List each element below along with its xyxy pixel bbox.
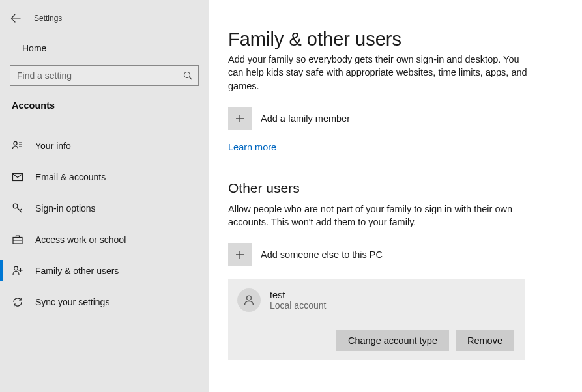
search-container: [0, 60, 209, 96]
sidebar-item-sync-settings[interactable]: Sync your settings: [0, 287, 209, 318]
search-input[interactable]: [10, 66, 198, 85]
person-icon: [242, 294, 255, 307]
svg-point-5: [14, 266, 18, 270]
main-content: Family & other users Add your family so …: [209, 0, 582, 392]
learn-more-link[interactable]: Learn more: [228, 142, 276, 152]
nav-home[interactable]: Home: [0, 36, 209, 60]
sync-icon: [12, 296, 23, 308]
other-users-description: Allow people who are not part of your fa…: [228, 203, 534, 229]
sidebar-item-label: Email & accounts: [35, 172, 106, 182]
sidebar-section-header: Accounts: [0, 96, 209, 116]
add-family-label: Add a family member: [261, 113, 350, 124]
svg-point-0: [184, 72, 190, 78]
sidebar-item-sign-in-options[interactable]: Sign-in options: [0, 193, 209, 224]
add-other-user[interactable]: Add someone else to this PC: [228, 243, 562, 266]
plus-tile: [228, 107, 252, 130]
nav-home-label: Home: [22, 43, 46, 53]
user-card-header: test Local account: [237, 288, 514, 312]
svg-point-3: [13, 204, 18, 208]
sidebar-item-label: Family & other users: [35, 266, 119, 276]
user-card[interactable]: test Local account Change account type R…: [228, 279, 525, 360]
sidebar-item-label: Access work or school: [35, 234, 126, 245]
back-arrow-icon: [10, 13, 21, 23]
add-other-label: Add someone else to this PC: [261, 249, 383, 260]
sidebar-item-label: Sync your settings: [35, 297, 109, 307]
back-button[interactable]: [7, 9, 25, 27]
svg-point-1: [14, 141, 17, 145]
family-icon: [12, 265, 23, 277]
briefcase-icon: [12, 234, 23, 245]
key-icon: [12, 203, 23, 214]
sidebar-item-email-accounts[interactable]: Email & accounts: [0, 161, 209, 193]
settings-window: Settings Home Accounts Your info: [0, 0, 582, 392]
email-icon: [12, 171, 23, 183]
titlebar: Settings: [0, 5, 209, 36]
plus-icon: [235, 114, 244, 123]
your-info-icon: [12, 140, 23, 152]
other-users-heading: Other users: [228, 180, 562, 196]
plus-tile: [228, 243, 252, 266]
user-type: Local account: [270, 300, 326, 311]
search-box[interactable]: [10, 65, 199, 86]
family-description: Add your family so everybody gets their …: [228, 53, 534, 92]
sidebar-item-family-other-users[interactable]: Family & other users: [0, 255, 209, 287]
change-account-type-button[interactable]: Change account type: [336, 330, 449, 351]
user-actions: Change account type Remove: [237, 330, 514, 351]
avatar: [237, 288, 261, 312]
plus-icon: [235, 250, 244, 259]
remove-button[interactable]: Remove: [456, 330, 514, 351]
sidebar-item-label: Your info: [35, 141, 71, 151]
user-name: test: [270, 290, 326, 300]
user-meta: test Local account: [270, 290, 326, 311]
sidebar-item-your-info[interactable]: Your info: [0, 130, 209, 161]
add-family-member[interactable]: Add a family member: [228, 107, 562, 130]
page-title: Family & other users: [228, 29, 562, 50]
sidebar: Settings Home Accounts Your info: [0, 0, 209, 392]
search-icon: [182, 70, 193, 81]
sidebar-item-label: Sign-in options: [35, 203, 96, 214]
svg-point-6: [247, 296, 252, 301]
window-title: Settings: [34, 14, 62, 23]
nav-list: Your info Email & accounts Sign-in optio…: [0, 130, 209, 318]
sidebar-item-access-work-school[interactable]: Access work or school: [0, 224, 209, 255]
